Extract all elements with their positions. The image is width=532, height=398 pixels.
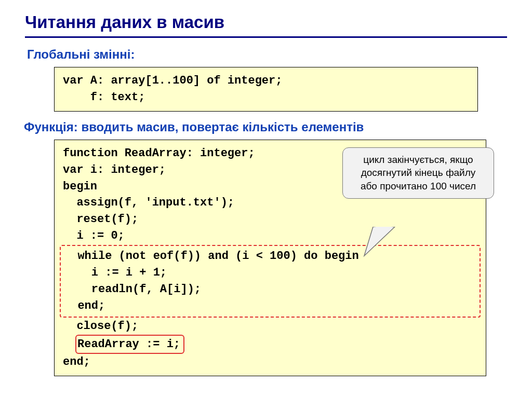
callout-line: цикл закінчується, якщо <box>349 153 487 167</box>
code-highlight-loop: while (not eof(f)) and (i < 100) do begi… <box>60 245 481 318</box>
code-highlight-return: ReadArray := i; <box>75 335 184 354</box>
code-line: reset(f); <box>63 211 477 228</box>
code-line: while (not eof(f)) and (i < 100) do begi… <box>64 248 476 265</box>
subhead-function: Функція: вводить масив, повертає кількіс… <box>24 120 511 134</box>
callout-line: досягнутий кінець файлу <box>349 166 487 180</box>
callout-note: цикл закінчується, якщо досягнутий кінец… <box>342 147 494 199</box>
code-line: i := i + 1; <box>64 265 476 281</box>
code-line: readln(f, A[i]); <box>64 281 476 298</box>
code-line: i := 0; <box>63 228 477 244</box>
code-line: close(f); <box>63 318 477 335</box>
code-globals: var A: array[1..100] of integer; f: text… <box>54 67 478 112</box>
title-underline <box>25 36 507 38</box>
svg-marker-0 <box>364 227 395 256</box>
callout-line: або прочитано 100 чисел <box>349 180 487 193</box>
code-line: f: text; <box>63 89 469 106</box>
code-line: var A: array[1..100] of integer; <box>63 73 469 89</box>
code-line: end; <box>63 354 477 370</box>
code-function: цикл закінчується, якщо досягнутий кінец… <box>54 140 486 377</box>
page-title: Читання даних в масив <box>25 12 511 32</box>
code-line-return-wrapper: ReadArray := i; <box>63 335 477 354</box>
slide: Читання даних в масив Глобальні змінні: … <box>0 0 532 398</box>
code-line: ReadArray := i; <box>77 338 180 351</box>
subhead-globals: Глобальні змінні: <box>27 47 511 62</box>
code-line: end; <box>64 298 476 314</box>
